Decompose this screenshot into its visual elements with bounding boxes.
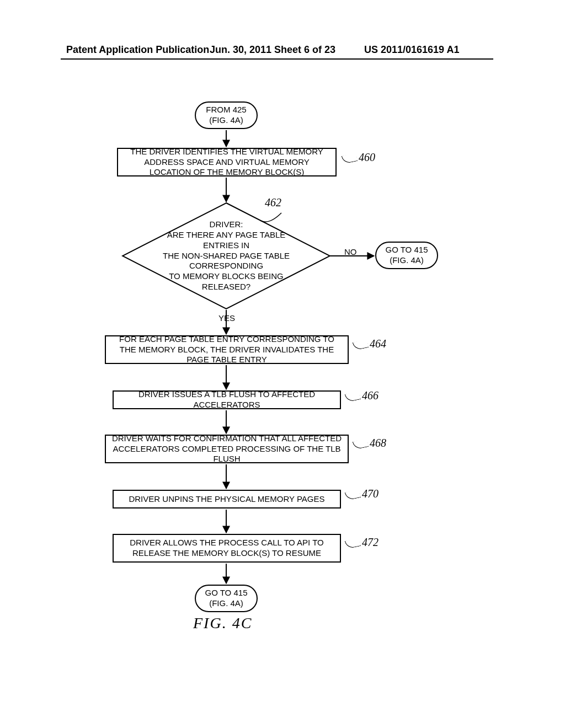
ref-tick-472 bbox=[345, 538, 361, 549]
ref-462: 462 bbox=[265, 196, 281, 209]
edge-label-yes: YES bbox=[218, 313, 235, 323]
header-mid: Jun. 30, 2011 Sheet 6 of 23 bbox=[210, 44, 335, 56]
decision-462-line4: TO MEMORY BLOCKS BEING bbox=[154, 271, 298, 282]
process-470: DRIVER UNPINS THE PHYSICAL MEMORY PAGES bbox=[113, 490, 341, 508]
edge-label-no: NO bbox=[344, 247, 357, 256]
decision-462-line2: ARE THERE ANY PAGE TABLE ENTRIES IN bbox=[154, 230, 298, 251]
ref-tick-462 bbox=[259, 210, 292, 226]
decision-462: DRIVER: ARE THERE ANY PAGE TABLE ENTRIES… bbox=[121, 202, 331, 310]
terminator-goto415-right: GO TO 415 (FIG. 4A) bbox=[375, 242, 438, 269]
ref-470: 470 bbox=[362, 488, 379, 500]
process-472: DRIVER ALLOWS THE PROCESS CALL TO API TO… bbox=[113, 534, 341, 563]
ref-472: 472 bbox=[362, 536, 379, 549]
process-466: DRIVER ISSUES A TLB FLUSH TO AFFECTED AC… bbox=[113, 390, 341, 409]
terminator-end-line1: GO TO 415 bbox=[205, 588, 248, 598]
decision-462-line3: THE NON-SHARED PAGE TABLE CORRESPONDING bbox=[154, 251, 298, 272]
terminator-end: GO TO 415 (FIG. 4A) bbox=[195, 585, 258, 612]
page: Patent Application Publication Jun. 30, … bbox=[0, 0, 565, 728]
ref-tick-470 bbox=[345, 489, 361, 500]
terminator-goto415-right-line1: GO TO 415 bbox=[386, 245, 428, 255]
terminator-start: FROM 425 (FIG. 4A) bbox=[195, 101, 258, 129]
process-470-text: DRIVER UNPINS THE PHYSICAL MEMORY PAGES bbox=[129, 494, 324, 505]
ref-tick-460 bbox=[342, 153, 358, 164]
decision-462-line5: RELEASED? bbox=[154, 282, 298, 292]
ref-tick-464 bbox=[353, 339, 369, 350]
ref-tick-468 bbox=[353, 438, 369, 449]
header-left: Patent Application Publication bbox=[66, 44, 209, 56]
header-right: US 2011/0161619 A1 bbox=[364, 44, 459, 56]
ref-tick-466 bbox=[345, 391, 361, 402]
process-464: FOR EACH PAGE TABLE ENTRY CORRESPONDING … bbox=[105, 335, 349, 364]
terminator-goto415-right-line2: (FIG. 4A) bbox=[386, 255, 428, 266]
process-472-text: DRIVER ALLOWS THE PROCESS CALL TO API TO… bbox=[119, 538, 334, 559]
ref-460: 460 bbox=[359, 151, 375, 164]
figure-caption: FIG. 4C bbox=[193, 614, 252, 632]
process-464-text: FOR EACH PAGE TABLE ENTRY CORRESPONDING … bbox=[111, 334, 342, 365]
terminator-start-line2: (FIG. 4A) bbox=[206, 115, 246, 126]
ref-468: 468 bbox=[370, 437, 386, 449]
terminator-end-line2: (FIG. 4A) bbox=[205, 598, 248, 609]
header-rule bbox=[61, 58, 493, 60]
ref-466: 466 bbox=[362, 389, 379, 402]
process-468-text: DRIVER WAITS FOR CONFIRMATION THAT ALL A… bbox=[111, 433, 342, 464]
ref-464: 464 bbox=[370, 338, 386, 350]
process-468: DRIVER WAITS FOR CONFIRMATION THAT ALL A… bbox=[105, 435, 349, 463]
process-460-text: THE DRIVER IDENTIFIES THE VIRTUAL MEMORY… bbox=[124, 147, 330, 178]
process-460: THE DRIVER IDENTIFIES THE VIRTUAL MEMORY… bbox=[117, 148, 337, 176]
process-466-text: DRIVER ISSUES A TLB FLUSH TO AFFECTED AC… bbox=[119, 389, 334, 410]
terminator-start-line1: FROM 425 bbox=[206, 105, 246, 115]
